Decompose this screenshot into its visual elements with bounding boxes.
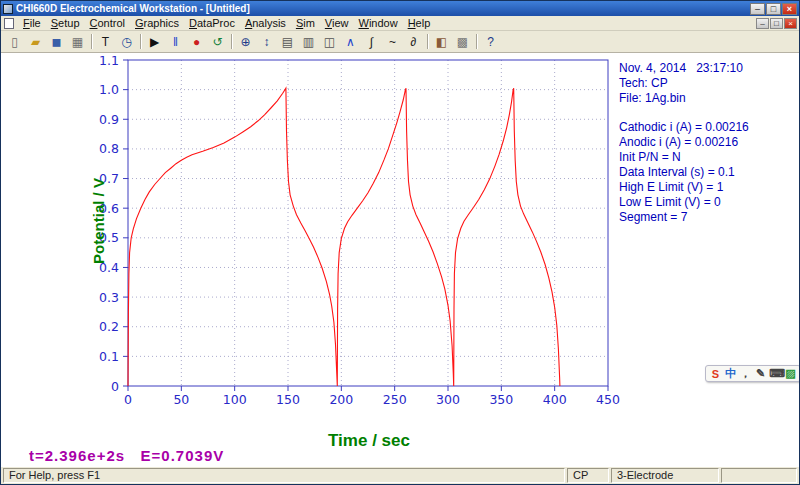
ime-chinese-mode-icon[interactable]: 中: [724, 366, 737, 381]
toolbar-parallel-plots-icon[interactable]: ◫: [319, 32, 340, 51]
window-controls: – □ ×: [750, 3, 797, 15]
info-line: Tech: CP: [619, 76, 749, 91]
status-extra-panel: [721, 468, 797, 483]
toolbar-run-experiment-icon[interactable]: ▶: [144, 32, 165, 51]
info-line: Low E Limit (V) = 0: [619, 195, 749, 210]
toolbar-graph-options-icon[interactable]: ◧: [431, 32, 452, 51]
info-line: Cathodic i (A) = 0.00216: [619, 120, 749, 135]
x-tick-label: 250: [383, 392, 407, 407]
info-line: Anodic i (A) = 0.00216: [619, 135, 749, 150]
info-line: Data Interval (s) = 0.1: [619, 165, 749, 180]
toolbar-help-icon[interactable]: ?: [480, 32, 501, 51]
toolbar-pause-experiment-icon[interactable]: ‖: [165, 32, 186, 51]
y-tick-label: 0.9: [99, 112, 119, 127]
menu-file[interactable]: File: [18, 16, 46, 30]
plot-client-area: 05010015020025030035040045000.10.20.30.4…: [1, 53, 799, 467]
toolbar-zoom-in-icon[interactable]: ⊕: [235, 32, 256, 51]
close-button[interactable]: ×: [782, 3, 797, 15]
toolbar-text-tool-icon[interactable]: T: [95, 32, 116, 51]
status-help-text: For Help, press F1: [3, 468, 565, 483]
cp-chart: 05010015020025030035040045000.10.20.30.4…: [81, 53, 641, 453]
toolbar-color-legend-icon[interactable]: ▩: [452, 32, 473, 51]
x-tick-label: 200: [329, 392, 353, 407]
toolbar-clock-tool-icon[interactable]: ◷: [116, 32, 137, 51]
ime-toolbox-icon[interactable]: ▨: [784, 367, 797, 380]
ime-punctuation-icon[interactable]: ，: [739, 366, 752, 381]
cp-data-curve: [128, 88, 560, 386]
menu-bar: FileSetupControlGraphicsDataProcAnalysis…: [1, 16, 799, 31]
document-icon[interactable]: [4, 18, 14, 29]
menu-analysis[interactable]: Analysis: [240, 16, 291, 30]
status-technique: CP: [567, 468, 609, 483]
maximize-button[interactable]: □: [766, 3, 781, 15]
y-tick-label: 0.8: [99, 141, 119, 156]
toolbar-data-listing-icon[interactable]: ▤: [277, 32, 298, 51]
toolbar-print-icon[interactable]: ▦: [67, 32, 88, 51]
x-tick-label: 300: [436, 392, 460, 407]
mdi-restore-button[interactable]: □: [770, 18, 783, 29]
ime-pen-icon[interactable]: ✎: [754, 367, 767, 380]
y-tick-label: 0.2: [99, 319, 119, 334]
y-tick-label: 1.1: [99, 53, 119, 68]
y-tick-label: 0.3: [99, 290, 119, 305]
toolbar: ▯▰◼▦T◷▶‖●↺⊕↕▤▥◫∧∫~∂◧▩?: [1, 31, 799, 53]
app-icon: [3, 4, 13, 14]
toolbar-smoothing-icon[interactable]: ~: [382, 32, 403, 51]
info-line: File: 1Ag.bin: [619, 91, 749, 106]
menu-setup[interactable]: Setup: [46, 16, 85, 30]
info-line: High E Limit (V) = 1: [619, 180, 749, 195]
ime-logo-icon[interactable]: S: [709, 368, 722, 380]
toolbar-derivative-icon[interactable]: ∂: [403, 32, 424, 51]
toolbar-manual-scale-icon[interactable]: ↕: [256, 32, 277, 51]
toolbar-open-folder-icon[interactable]: ▰: [25, 32, 46, 51]
ime-language-bar: S中，✎⌨▨: [705, 365, 799, 382]
toolbar-separator: [140, 34, 141, 49]
toolbar-separator: [427, 34, 428, 49]
experiment-info-panel: Nov. 4, 2014 23:17:10Tech: CPFile: 1Ag.b…: [619, 61, 749, 225]
info-line: Nov. 4, 2014 23:17:10: [619, 61, 749, 76]
menu-sim[interactable]: Sim: [291, 16, 320, 30]
toolbar-new-file-icon[interactable]: ▯: [4, 32, 25, 51]
toolbar-reverse-scan-icon[interactable]: ↺: [207, 32, 228, 51]
x-tick-label: 50: [173, 392, 189, 407]
menu-dataproc[interactable]: DataProc: [184, 16, 240, 30]
minimize-button[interactable]: –: [750, 3, 765, 15]
x-tick-label: 350: [489, 392, 513, 407]
toolbar-separator: [476, 34, 477, 49]
window-title: CHI660D Electrochemical Workstation - [U…: [16, 3, 750, 14]
y-tick-label: 0: [111, 379, 119, 394]
status-bar: For Help, press F1 CP 3-Electrode: [1, 467, 799, 484]
plot-frame: [128, 60, 608, 386]
menu-graphics[interactable]: Graphics: [130, 16, 184, 30]
toolbar-save-icon[interactable]: ◼: [46, 32, 67, 51]
x-axis-title: Time / sec: [234, 431, 504, 451]
info-line: Init P/N = N: [619, 150, 749, 165]
toolbar-overlay-plots-icon[interactable]: ▥: [298, 32, 319, 51]
menu-help[interactable]: Help: [403, 16, 436, 30]
cursor-readout: t=2.396e+2s E=0.7039V: [29, 447, 224, 464]
mdi-minimize-button[interactable]: –: [756, 18, 769, 29]
y-tick-label: 0.1: [99, 349, 119, 364]
mdi-close-button[interactable]: ×: [784, 18, 797, 29]
x-tick-label: 400: [543, 392, 567, 407]
menu-view[interactable]: View: [320, 16, 354, 30]
x-tick-label: 100: [223, 392, 247, 407]
toolbar-separator: [231, 34, 232, 49]
mdi-child-controls: – □ ×: [756, 18, 797, 29]
menu-items: FileSetupControlGraphicsDataProcAnalysis…: [18, 16, 435, 30]
x-tick-label: 0: [124, 392, 132, 407]
menu-window[interactable]: Window: [353, 16, 402, 30]
y-tick-label: 1.0: [99, 82, 119, 97]
info-line: Segment = 7: [619, 210, 749, 225]
ime-keyboard-icon[interactable]: ⌨: [769, 367, 782, 380]
toolbar-integration-icon[interactable]: ∫: [361, 32, 382, 51]
toolbar-peak-definition-icon[interactable]: ∧: [340, 32, 361, 51]
x-tick-label: 150: [276, 392, 300, 407]
app-window: CHI660D Electrochemical Workstation - [U…: [0, 0, 800, 485]
menu-control[interactable]: Control: [85, 16, 130, 30]
toolbar-stop-experiment-icon[interactable]: ●: [186, 32, 207, 51]
y-axis-title: Potential / V: [90, 178, 107, 264]
info-line: [619, 106, 749, 120]
x-tick-label: 450: [596, 392, 620, 407]
title-bar: CHI660D Electrochemical Workstation - [U…: [1, 1, 799, 16]
